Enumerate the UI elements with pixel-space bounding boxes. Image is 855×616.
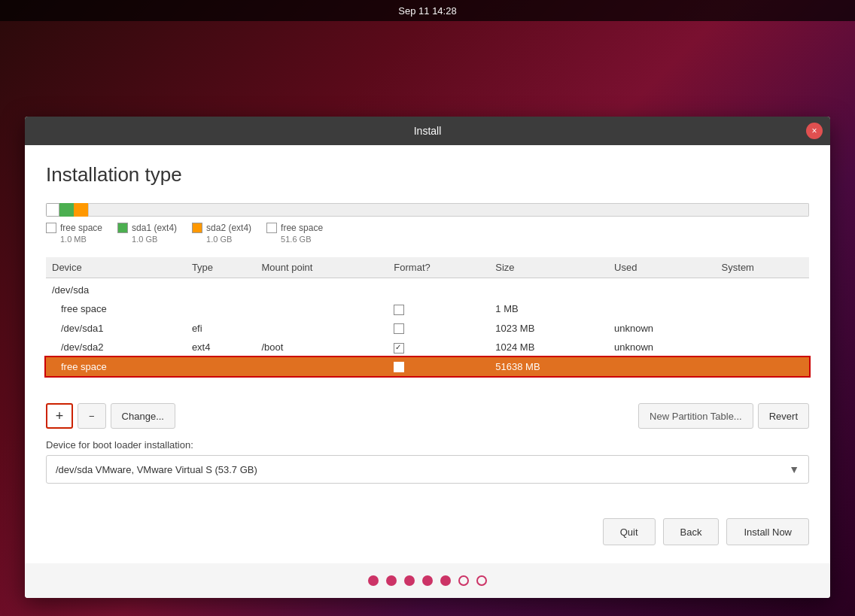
legend-sda2: sda2 (ext4) 1.0 GB [192, 223, 251, 244]
row-device: free space [46, 357, 186, 377]
row-device: /dev/sda1 [46, 319, 186, 338]
legend-label-sda1: sda1 (ext4) [132, 223, 177, 233]
progress-dot-4 [422, 575, 433, 586]
format-checkbox[interactable] [394, 343, 404, 354]
progress-dot-3 [404, 575, 415, 586]
close-button[interactable]: × [806, 123, 823, 139]
progress-dot-1 [368, 575, 379, 586]
disk-bar-free2 [88, 203, 809, 217]
table-row[interactable]: free space 1 MB [46, 299, 809, 319]
col-mount: Mount point [255, 257, 388, 278]
row-used: unknown [608, 338, 716, 357]
action-buttons: Quit Back Install Now [46, 518, 809, 545]
row-type: ext4 [186, 338, 256, 357]
table-header-row: Device Type Mount point Format? Size Use… [46, 257, 809, 278]
table-row-selected[interactable]: free space 51638 MB [46, 357, 809, 377]
row-size: 1 MB [489, 299, 608, 319]
disk-bar-free1 [46, 203, 59, 217]
progress-dot-7 [476, 575, 487, 586]
row-size: 51638 MB [489, 357, 608, 377]
table-row[interactable]: /dev/sda1 efi 1023 MB unknown [46, 319, 809, 338]
disk-bar-sda1 [59, 203, 73, 217]
disk-bar-container: free space 1.0 MB sda1 (ext4) 1.0 GB sda… [46, 203, 809, 251]
partition-buttons-row: + − Change... New Partition Table... Rev… [46, 403, 809, 429]
legend-box-sda2 [192, 223, 202, 233]
legend-box-free1 [46, 223, 56, 233]
legend-box-free2 [266, 223, 277, 233]
legend-label-free2: free space [281, 223, 323, 233]
add-partition-button[interactable]: + [46, 403, 73, 429]
col-type: Type [186, 257, 256, 278]
top-bar: Sep 11 14:28 [0, 0, 855, 21]
legend-sub-free1: 1.0 MB [60, 235, 87, 244]
minus-icon: − [89, 411, 95, 422]
col-format: Format? [388, 257, 489, 278]
disk-bar-sda2 [74, 203, 88, 217]
legend-label-sda2: sda2 (ext4) [206, 223, 251, 233]
table-row[interactable]: /dev/sda [46, 278, 809, 300]
progress-dot-6 [458, 575, 469, 586]
legend-sda1: sda1 (ext4) 1.0 GB [117, 223, 177, 244]
format-checkbox[interactable] [394, 323, 404, 334]
legend-box-sda1 [117, 223, 128, 233]
dialog-titlebar: Install × [25, 117, 830, 145]
table-row[interactable]: /dev/sda2 ext4 /boot 1024 MB unknown [46, 338, 809, 357]
new-partition-table-button[interactable]: New Partition Table... [638, 403, 753, 429]
remove-partition-button[interactable]: − [78, 403, 106, 429]
page-title: Installation type [46, 163, 809, 187]
partition-table: Device Type Mount point Format? Size Use… [46, 257, 809, 391]
bootloader-dropdown[interactable]: /dev/sda VMware, VMware Virtual S (53.7 … [46, 455, 809, 484]
disk-legend: free space 1.0 MB sda1 (ext4) 1.0 GB sda… [46, 223, 809, 244]
col-device: Device [46, 257, 186, 278]
dialog-content: Installation type free space 1.0 MB [25, 145, 830, 563]
legend-sub-free2: 51.6 GB [281, 235, 311, 244]
datetime: Sep 11 14:28 [398, 5, 456, 17]
row-device: /dev/sda [46, 278, 186, 300]
row-device: /dev/sda2 [46, 338, 186, 357]
legend-sub-sda1: 1.0 GB [132, 235, 157, 244]
plus-icon: + [56, 408, 64, 424]
progress-dots [25, 563, 830, 598]
row-used: unknown [608, 319, 716, 338]
legend-free2: free space 51.6 GB [266, 223, 323, 244]
legend-free1: free space 1.0 MB [46, 223, 102, 244]
row-size: 1024 MB [489, 338, 608, 357]
format-checkbox[interactable] [394, 305, 404, 315]
row-mount: /boot [255, 338, 388, 357]
bootloader-value: /dev/sda VMware, VMware Virtual S (53.7 … [56, 464, 257, 475]
progress-dot-2 [386, 575, 397, 586]
dropdown-arrow-icon: ▼ [789, 463, 799, 475]
row-size: 1023 MB [489, 319, 608, 338]
row-device: free space [46, 299, 186, 319]
legend-sub-sda2: 1.0 GB [206, 235, 232, 244]
install-dialog: Install × Installation type free space [25, 117, 830, 598]
disk-bar [46, 203, 809, 217]
bootloader-label: Device for boot loader installation: [46, 439, 809, 451]
change-button[interactable]: Change... [111, 403, 175, 429]
col-used: Used [608, 257, 716, 278]
format-checkbox[interactable] [394, 362, 404, 372]
col-size: Size [489, 257, 608, 278]
table-row-empty [46, 376, 809, 391]
quit-button[interactable]: Quit [603, 518, 656, 545]
row-type: efi [186, 319, 256, 338]
back-button[interactable]: Back [663, 518, 720, 545]
legend-label-free1: free space [60, 223, 102, 233]
revert-button[interactable]: Revert [758, 403, 809, 429]
close-icon: × [811, 126, 817, 136]
progress-dot-5 [440, 575, 451, 586]
col-system: System [716, 257, 809, 278]
install-now-button[interactable]: Install Now [726, 518, 809, 545]
dialog-title: Install [414, 125, 442, 137]
